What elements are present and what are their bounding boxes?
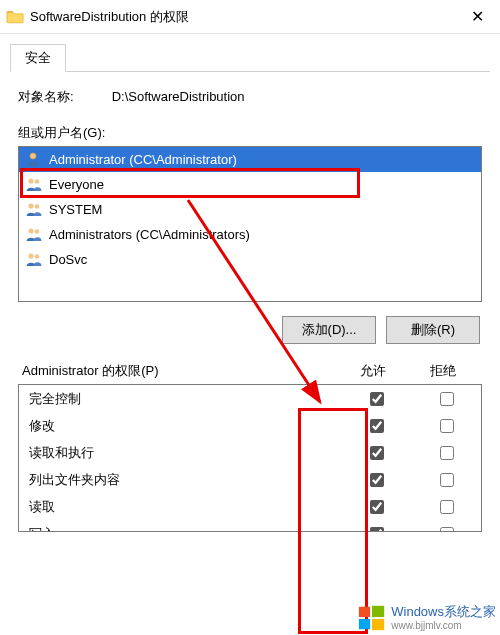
deny-checkbox[interactable] (440, 500, 454, 514)
permission-row: 修改 (19, 412, 481, 439)
permission-row: 读取和执行 (19, 439, 481, 466)
deny-checkbox[interactable] (440, 392, 454, 406)
svg-point-6 (35, 229, 40, 234)
permission-name: 写入 (29, 525, 341, 532)
allow-checkbox[interactable] (370, 419, 384, 433)
svg-point-2 (35, 179, 40, 184)
permission-name: 修改 (29, 417, 341, 435)
deny-checkbox[interactable] (440, 446, 454, 460)
user-item[interactable]: Everyone (19, 172, 481, 197)
svg-rect-13 (372, 619, 384, 630)
deny-checkbox[interactable] (440, 527, 454, 532)
object-value: D:\SoftwareDistribution (112, 89, 245, 104)
deny-checkbox[interactable] (440, 473, 454, 487)
permission-row: 列出文件夹内容 (19, 466, 481, 493)
titlebar: SoftwareDistribution 的权限 ✕ (0, 0, 500, 34)
svg-point-0 (30, 152, 36, 158)
svg-rect-11 (372, 606, 384, 617)
group-icon (25, 251, 43, 269)
group-icon (25, 226, 43, 244)
svg-point-8 (35, 254, 40, 259)
tab-strip: 安全 (0, 34, 500, 72)
windows-logo-icon (357, 603, 387, 633)
group-icon (25, 201, 43, 219)
watermark: Windows系统之家 www.bjjmlv.com (357, 603, 496, 633)
allow-checkbox[interactable] (370, 473, 384, 487)
svg-rect-12 (359, 619, 370, 629)
svg-point-4 (35, 204, 40, 209)
allow-checkbox[interactable] (370, 446, 384, 460)
close-button[interactable]: ✕ (454, 0, 500, 34)
user-item-label: Administrators (CC\Administrators) (49, 227, 250, 242)
window-title: SoftwareDistribution 的权限 (30, 8, 454, 26)
svg-point-5 (28, 228, 33, 233)
add-button[interactable]: 添加(D)... (282, 316, 376, 344)
user-item[interactable]: DoSvc (19, 247, 481, 272)
permission-name: 读取和执行 (29, 444, 341, 462)
svg-point-7 (28, 253, 33, 258)
svg-point-1 (28, 178, 33, 183)
watermark-text-en: www.bjjmlv.com (391, 620, 496, 631)
group-label: 组或用户名(G): (18, 124, 482, 142)
user-item-label: Everyone (49, 177, 104, 192)
svg-rect-10 (359, 607, 370, 617)
permission-name: 完全控制 (29, 390, 341, 408)
user-item[interactable]: Administrators (CC\Administrators) (19, 222, 481, 247)
permission-name: 读取 (29, 498, 341, 516)
remove-button[interactable]: 删除(R) (386, 316, 480, 344)
group-icon (25, 176, 43, 194)
col-allow-label: 允许 (338, 362, 408, 380)
permissions-scroll[interactable]: 完全控制修改读取和执行列出文件夹内容读取写入 (19, 385, 481, 531)
permission-row: 读取 (19, 493, 481, 520)
close-icon: ✕ (471, 7, 484, 26)
permission-name: 列出文件夹内容 (29, 471, 341, 489)
permission-row: 完全控制 (19, 385, 481, 412)
permission-row: 写入 (19, 520, 481, 531)
allow-checkbox[interactable] (370, 527, 384, 532)
permissions-label: Administrator 的权限(P) (22, 362, 338, 380)
permissions-section: Administrator 的权限(P) 允许 拒绝 完全控制修改读取和执行列出… (18, 362, 482, 532)
user-item[interactable]: SYSTEM (19, 197, 481, 222)
allow-checkbox[interactable] (370, 392, 384, 406)
button-row: 添加(D)... 删除(R) (18, 316, 482, 344)
user-item-label: DoSvc (49, 252, 87, 267)
folder-icon (6, 9, 24, 24)
user-item[interactable]: Administrator (CC\Administrator) (19, 147, 481, 172)
tab-content: 对象名称: D:\SoftwareDistribution 组或用户名(G): … (0, 72, 500, 532)
user-icon (25, 151, 43, 169)
col-deny-label: 拒绝 (408, 362, 478, 380)
tab-security[interactable]: 安全 (10, 44, 66, 72)
permissions-header: Administrator 的权限(P) 允许 拒绝 (18, 362, 482, 384)
user-item-label: Administrator (CC\Administrator) (49, 152, 237, 167)
group-section: 组或用户名(G): Administrator (CC\Administrato… (18, 124, 482, 302)
user-item-label: SYSTEM (49, 202, 102, 217)
user-list[interactable]: Administrator (CC\Administrator)Everyone… (18, 146, 482, 302)
permissions-grid: 完全控制修改读取和执行列出文件夹内容读取写入 (18, 384, 482, 532)
watermark-text-zh: Windows系统之家 (391, 605, 496, 619)
allow-checkbox[interactable] (370, 500, 384, 514)
object-label: 对象名称: (18, 88, 108, 106)
deny-checkbox[interactable] (440, 419, 454, 433)
object-row: 对象名称: D:\SoftwareDistribution (18, 88, 482, 106)
svg-point-3 (28, 203, 33, 208)
